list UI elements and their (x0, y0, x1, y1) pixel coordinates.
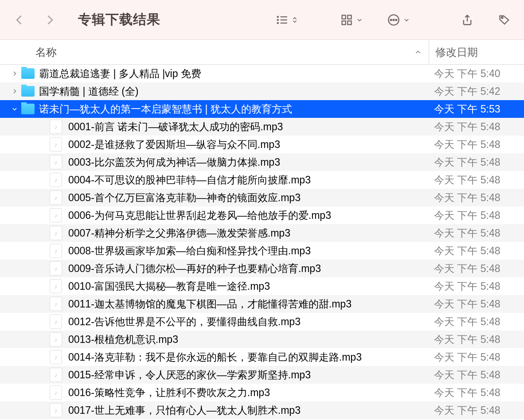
item-date: 今天 下午 5:48 (429, 173, 524, 187)
more-circle-icon (387, 14, 400, 26)
actions-button[interactable] (387, 14, 410, 26)
item-name: 0010-富国强民大揭秘—教育是唯一途径.mp3 (68, 280, 270, 293)
item-date: 今天 下午 5:48 (429, 156, 524, 169)
tag-button[interactable] (498, 14, 511, 26)
item-date: 今天 下午 5:48 (429, 333, 524, 346)
item-date: 今天 下午 5:48 (429, 209, 524, 222)
disclosure-triangle-icon[interactable] (12, 106, 18, 112)
file-row[interactable]: 0012-告诉他世界是不公平的，要懂得曲线自救.mp3今天 下午 5:48 (0, 313, 524, 331)
column-name-label: 名称 (35, 45, 57, 59)
window-title: 专辑下载结果 (78, 11, 160, 29)
sort-indicator-icon (415, 46, 422, 58)
audio-file-icon (50, 403, 62, 417)
item-name: 0009-音乐诗人门德尔松—再好的种子也要精心培育.mp3 (68, 262, 321, 276)
chevron-updown-icon (292, 17, 298, 23)
file-row[interactable]: 0009-音乐诗人门德尔松—再好的种子也要精心培育.mp3今天 下午 5:48 (0, 260, 524, 277)
svg-point-13 (395, 19, 397, 20)
audio-file-icon (50, 332, 62, 346)
audio-file-icon (50, 173, 62, 187)
item-name: 霸道总裁追逃妻 | 多人精品 |vip 免费 (39, 67, 201, 81)
file-row[interactable]: 0015-经常申诉，令人厌恶的家伙—学索罗斯坚持.mp3今天 下午 5:48 (0, 366, 524, 384)
audio-file-icon (50, 191, 62, 205)
file-row[interactable]: 0013-根植危机意识.mp3今天 下午 5:48 (0, 331, 524, 348)
file-row[interactable]: 0011-迦太基博物馆的魔鬼下棋图—品，才能懂得苦难的甜.mp3今天 下午 5:… (0, 295, 524, 313)
grid-icon (340, 14, 353, 26)
svg-point-14 (501, 17, 503, 19)
item-name: 0007-精神分析学之父弗洛伊德—激发荣誉感.mp3 (68, 226, 290, 240)
folder-row[interactable]: 诺未门—犹太人的第一本启蒙智慧书 | 犹太人的教育方式今天 下午 5:53 (0, 100, 524, 118)
file-row[interactable]: 0016-策略性竞争，让胜利不费吹灰之力.mp3今天 下午 5:48 (0, 384, 524, 401)
file-list: 霸道总裁追逃妻 | 多人精品 |vip 免费今天 下午 5:40国学精髓 | 道… (0, 65, 524, 419)
folder-row[interactable]: 霸道总裁追逃妻 | 多人精品 |vip 免费今天 下午 5:40 (0, 65, 524, 82)
file-row[interactable]: 0010-富国强民大揭秘—教育是唯一途径.mp3今天 下午 5:48 (0, 277, 524, 295)
column-name[interactable]: 名称 (0, 45, 429, 59)
audio-file-icon (50, 385, 62, 400)
item-date: 今天 下午 5:48 (429, 368, 524, 382)
item-name: 0013-根植危机意识.mp3 (68, 333, 178, 346)
item-name: 0005-首个亿万巨富洛克菲勒—神奇的镜面效应.mp3 (68, 191, 301, 205)
back-button[interactable] (13, 14, 26, 26)
audio-file-icon (50, 244, 62, 258)
audio-file-icon (50, 226, 62, 240)
svg-point-11 (391, 19, 392, 20)
svg-point-12 (393, 19, 395, 20)
item-name: 0012-告诉他世界是不公平的，要懂得曲线自救.mp3 (68, 315, 301, 329)
folder-row[interactable]: 国学精髓 | 道德经 (全)今天 下午 5:42 (0, 82, 524, 100)
audio-file-icon (50, 120, 62, 134)
audio-file-icon (50, 137, 62, 152)
view-list-button[interactable] (276, 14, 298, 26)
svg-rect-8 (342, 21, 346, 24)
item-name: 0001-前言 诺未门—破译犹太人成功的密码.mp3 (68, 120, 283, 134)
svg-rect-6 (342, 15, 346, 19)
file-row[interactable]: 0014-洛克菲勒：我不是你永远的船长，要靠自己的双脚走路.mp3今天 下午 5… (0, 348, 524, 366)
share-button[interactable] (461, 14, 473, 26)
file-row[interactable]: 0002-是谁拯救了爱因斯坦—纵容与众不同.mp3今天 下午 5:48 (0, 136, 524, 153)
item-date: 今天 下午 5:48 (429, 244, 524, 258)
disclosure-triangle-icon[interactable] (12, 88, 18, 94)
item-name: 0003-比尔盖茨为何成为神话—做脑力体操.mp3 (68, 156, 280, 169)
svg-point-4 (278, 22, 278, 23)
item-date: 今天 下午 5:48 (429, 297, 524, 311)
audio-file-icon (50, 155, 62, 169)
column-date-label: 修改日期 (435, 45, 478, 59)
forward-button[interactable] (43, 14, 56, 26)
item-name: 0015-经常申诉，令人厌恶的家伙—学索罗斯坚持.mp3 (68, 368, 311, 382)
folder-icon (21, 68, 35, 79)
item-name: 国学精髓 | 道德经 (全) (39, 85, 138, 98)
item-date: 今天 下午 5:48 (429, 350, 524, 364)
file-row[interactable]: 0007-精神分析学之父弗洛伊德—激发荣誉感.mp3今天 下午 5:48 (0, 224, 524, 242)
item-date: 今天 下午 5:40 (429, 67, 524, 81)
item-date: 今天 下午 5:53 (429, 102, 524, 116)
svg-rect-9 (348, 21, 351, 24)
item-name: 0011-迦太基博物馆的魔鬼下棋图—品，才能懂得苦难的甜.mp3 (68, 297, 352, 311)
svg-point-0 (278, 16, 278, 17)
group-button[interactable] (340, 14, 363, 26)
nav-arrows (13, 14, 56, 26)
toolbar: 专辑下载结果 (0, 0, 524, 40)
item-date: 今天 下午 5:48 (429, 191, 524, 205)
item-date: 今天 下午 5:48 (429, 138, 524, 152)
audio-file-icon (50, 368, 62, 382)
item-name: 0002-是谁拯救了爱因斯坦—纵容与众不同.mp3 (68, 138, 280, 152)
file-row[interactable]: 0006-为何马克思能让世界刮起龙卷风—给他放手的爱.mp3今天 下午 5:48 (0, 206, 524, 224)
item-date: 今天 下午 5:48 (429, 404, 524, 417)
audio-file-icon (50, 315, 62, 329)
list-icon (276, 14, 288, 26)
file-row[interactable]: 0001-前言 诺未门—破译犹太人成功的密码.mp3今天 下午 5:48 (0, 118, 524, 136)
file-row[interactable]: 0003-比尔盖茨为何成为神话—做脑力体操.mp3今天 下午 5:48 (0, 153, 524, 171)
folder-icon (21, 86, 35, 97)
column-header-row: 名称 修改日期 (0, 40, 524, 65)
item-name: 诺未门—犹太人的第一本启蒙智慧书 | 犹太人的教育方式 (39, 102, 292, 116)
item-date: 今天 下午 5:48 (429, 386, 524, 400)
disclosure-triangle-icon[interactable] (12, 70, 18, 77)
file-row[interactable]: 0008-世界级画家毕加索—给白痴和怪异找个理由.mp3今天 下午 5:48 (0, 242, 524, 260)
chevron-down-icon (356, 17, 363, 23)
item-name: 0008-世界级画家毕加索—给白痴和怪异找个理由.mp3 (68, 244, 311, 258)
file-row[interactable]: 0005-首个亿万巨富洛克菲勒—神奇的镜面效应.mp3今天 下午 5:48 (0, 189, 524, 206)
item-date: 今天 下午 5:48 (429, 315, 524, 329)
column-date[interactable]: 修改日期 (429, 40, 524, 64)
file-row[interactable]: 0004-不可思议的股神巴菲特—自信才能所向披靡.mp3今天 下午 5:48 (0, 171, 524, 189)
file-row[interactable]: 0017-世上无难事，只怕有心人—犹太人制胜术.mp3今天 下午 5:48 (0, 401, 524, 419)
item-date: 今天 下午 5:48 (429, 226, 524, 240)
item-date: 今天 下午 5:48 (429, 280, 524, 293)
